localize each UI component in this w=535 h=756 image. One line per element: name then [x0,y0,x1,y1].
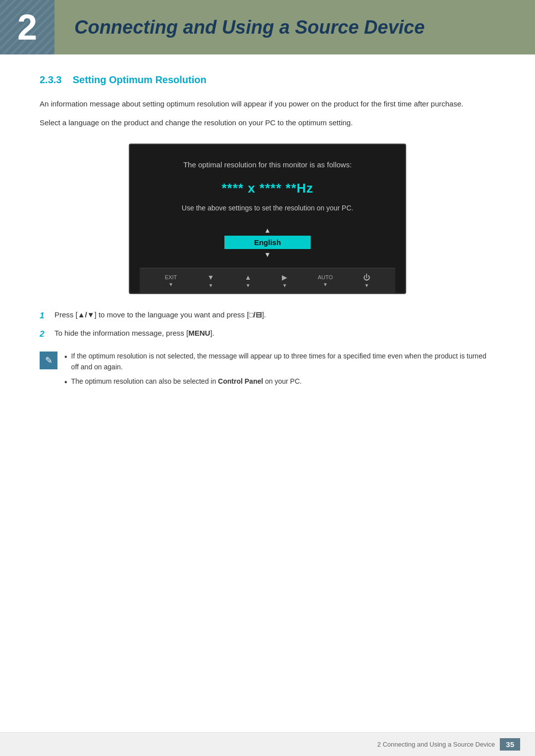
footer-text: 2 Connecting and Using a Source Device [377,741,495,748]
section-number: 2.3.3 [40,74,61,85]
chapter-title: Connecting and Using a Source Device [74,17,425,38]
body-paragraph-1: An information message about setting opt… [40,98,495,110]
footer-page-number: 35 [500,738,520,751]
ctrl-exit: EXIT ▼ [165,274,177,287]
chapter-title-block: Connecting and Using a Source Device [54,0,535,54]
note-bullet-1: • If the optimum resolution is not selec… [64,351,495,373]
controls-bar: EXIT ▼ ▼ ▼ ▲ ▼ ▶ ▼ AUTO ▼ ⏻ ▼ [140,268,395,293]
steps-section: 1 Press [▲/▼] to move to the language yo… [40,309,495,341]
pencil-icon: ✎ [45,355,53,366]
bullet-dot-1: • [64,351,67,363]
ctrl-auto: AUTO ▼ [318,274,333,287]
monitor-info-text: The optimal resolution for this monitor … [140,159,395,171]
ctrl-auto-label: AUTO [318,274,333,280]
ctrl-play: ▶ ▼ [282,273,287,288]
section-title: Setting Optimum Resolution [73,74,207,85]
monitor-dialog-box: The optimal resolution for this monitor … [129,144,406,294]
note-bullets: • If the optimum resolution is not selec… [64,351,495,391]
page-footer: 2 Connecting and Using a Source Device 3… [0,732,535,756]
note-bullet-2: • The optimum resolution can also be sel… [64,376,495,389]
language-selected-label: English [224,236,311,249]
ctrl-power-arrow: ▼ [364,283,369,288]
step-2-number: 2 [40,327,54,341]
ctrl-down-icon: ▼ [208,273,214,281]
step-1-text: Press [▲/▼] to move to the language you … [54,309,495,321]
section-heading: 2.3.3 Setting Optimum Resolution [40,74,495,88]
chapter-number: 2 [17,9,37,45]
lang-arrow-down-icon: ▼ [264,251,271,258]
ctrl-down: ▼ ▼ [208,273,214,288]
ctrl-down-arrow: ▼ [209,283,214,288]
ctrl-exit-label: EXIT [165,274,177,280]
ctrl-up-icon: ▲ [245,273,252,281]
note-text-1: If the optimum resolution is not selecte… [71,351,495,373]
ctrl-play-arrow: ▼ [282,283,287,288]
ctrl-auto-arrow: ▼ [323,282,328,287]
main-content: 2.3.3 Setting Optimum Resolution An info… [0,74,535,431]
resolution-text: **** x **** **Hz [140,181,395,196]
ctrl-up-arrow: ▼ [246,283,251,288]
ctrl-power-icon: ⏻ [363,273,370,281]
body-paragraph-2: Select a language on the product and cha… [40,117,495,129]
note-icon: ✎ [40,352,57,369]
chapter-header: 2 Connecting and Using a Source Device [0,0,535,54]
language-section: ▲ English ▼ [140,227,395,258]
note-text-2: The optimum resolution can also be selec… [71,376,302,387]
step-1-number: 1 [40,309,54,322]
lang-arrow-up-icon: ▲ [264,227,271,234]
ctrl-play-icon: ▶ [282,273,287,281]
step-2-text: To hide the information message, press [… [54,327,495,339]
chapter-number-block: 2 [0,0,54,54]
use-settings-text: Use the above settings to set the resolu… [140,204,395,212]
ctrl-up: ▲ ▼ [245,273,252,288]
step-2: 2 To hide the information message, press… [40,327,495,341]
note-section: ✎ • If the optimum resolution is not sel… [40,351,495,391]
bullet-dot-2: • [64,376,67,389]
step-1: 1 Press [▲/▼] to move to the language yo… [40,309,495,322]
ctrl-exit-arrow: ▼ [168,282,173,287]
ctrl-power: ⏻ ▼ [363,273,370,288]
